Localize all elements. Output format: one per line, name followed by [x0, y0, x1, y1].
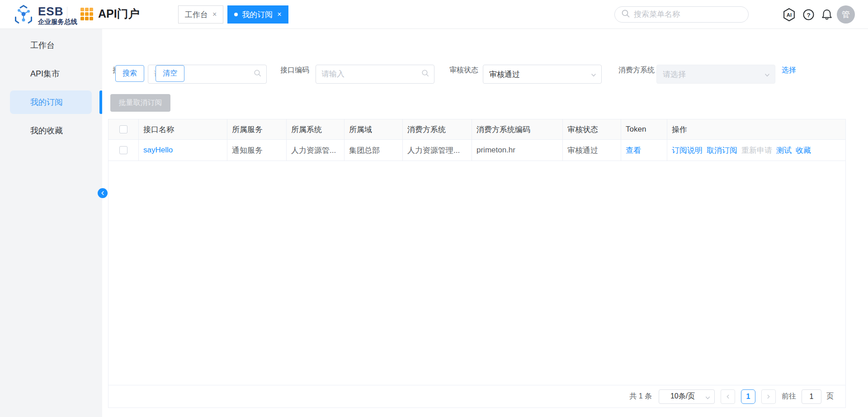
next-page-button [761, 389, 776, 404]
api-grid-icon [80, 8, 93, 20]
action-cancel-subscription[interactable]: 取消订阅 [707, 145, 737, 156]
interface-code-field[interactable] [316, 65, 434, 84]
cell-consumer-system: 人力资源管理... [403, 140, 472, 161]
cell-service: 通知服务 [227, 140, 287, 161]
tab-close-icon[interactable]: × [277, 10, 281, 19]
user-avatar[interactable]: 管 [837, 5, 855, 24]
input-search-icon [421, 69, 429, 79]
header-icon-group: AI ? 管 [782, 0, 855, 29]
pagination-total: 共 1 条 [629, 392, 652, 401]
col-service: 所属服务 [227, 119, 287, 139]
action-favorite[interactable]: 收藏 [796, 145, 811, 156]
action-subscription-info[interactable]: 订阅说明 [672, 145, 703, 156]
svg-text:AI: AI [787, 12, 792, 18]
sidebar-item-workbench[interactable]: 工作台 [10, 33, 92, 57]
cell-domain: 集团总部 [344, 140, 403, 161]
col-token: Token [621, 119, 667, 139]
portal-title: API门户 [98, 6, 140, 21]
sidebar-item-my-favorites[interactable]: 我的收藏 [10, 119, 92, 142]
table-row: sayHello 通知服务 人力资源管... 集团总部 人力资源管理... pr… [108, 140, 845, 161]
col-interface-name: 接口名称 [139, 119, 227, 139]
esb-network-icon [14, 5, 33, 26]
select-all-checkbox[interactable] [119, 125, 127, 133]
search-button[interactable]: 搜索 [115, 65, 144, 82]
col-system: 所属系统 [287, 119, 344, 139]
col-actions: 操作 [667, 119, 845, 139]
svg-text:?: ? [807, 11, 810, 18]
portal-logo: API门户 [80, 6, 140, 21]
action-reapply: 重新申请 [741, 145, 772, 156]
tab-my-subscriptions-label: 我的订阅 [242, 9, 273, 20]
page-size-select[interactable]: 10条/页 [659, 389, 715, 404]
interface-name-link[interactable]: sayHello [143, 146, 173, 155]
cell-consumer-code: primeton.hr [472, 140, 563, 161]
cell-actions: 订阅说明 取消订阅 重新申请 测试 收藏 [667, 140, 845, 161]
pagination-bar: 共 1 条 10条/页 1 前往 [108, 385, 845, 408]
table-empty-area [108, 161, 845, 385]
goto-page-input[interactable] [802, 389, 821, 404]
logo-divider [67, 7, 67, 22]
col-audit-status: 审核状态 [563, 119, 621, 139]
sidebar-item-api-market[interactable]: API集市 [10, 62, 92, 85]
chevron-left-icon [99, 190, 106, 196]
input-search-icon [254, 69, 262, 79]
sidebar-nav: 工作台 API集市 我的订阅 我的收藏 [0, 29, 102, 417]
token-view-link[interactable]: 查看 [626, 145, 641, 156]
app-header: ESB 企业服务总线 API门户 工作台 × 我的订阅 × [0, 0, 868, 29]
notifications-bell-icon[interactable] [821, 9, 833, 20]
row-checkbox[interactable] [119, 146, 127, 154]
page-unit-label: 页 [826, 392, 834, 401]
interface-code-input[interactable] [321, 70, 421, 79]
open-tabs: 工作台 × 我的订阅 × [178, 5, 288, 24]
interface-code-label: 接口编码 [280, 66, 309, 75]
chevron-down-icon [590, 71, 597, 81]
ai-assistant-icon[interactable]: AI [782, 8, 796, 22]
prev-page-button [721, 389, 735, 404]
main-content: 接口名称 接口编码 审核状态 审核通过 消费方系统 请选择 [102, 29, 868, 417]
subscriptions-table: 接口名称 所属服务 所属系统 所属域 消费方系统 消费方系统编码 审核状态 To… [108, 119, 846, 408]
table-header-row: 接口名称 所属服务 所属系统 所属域 消费方系统 消费方系统编码 审核状态 To… [108, 119, 845, 140]
active-tab-dot-icon [234, 13, 238, 16]
chevron-down-icon [764, 71, 770, 81]
sidebar-collapse-button[interactable] [98, 188, 108, 198]
col-domain: 所属域 [344, 119, 403, 139]
sidebar-item-my-subscriptions[interactable]: 我的订阅 [10, 90, 92, 114]
audit-status-select[interactable]: 审核通过 [483, 65, 602, 84]
chevron-left-icon [725, 393, 731, 400]
consumer-system-label: 消费方系统 [618, 66, 655, 75]
consumer-system-select: 请选择 [656, 65, 775, 84]
current-page-button[interactable]: 1 [741, 389, 755, 404]
search-icon [621, 9, 630, 20]
esb-logo-title: ESB [38, 5, 77, 18]
choose-consumer-link[interactable]: 选择 [782, 66, 796, 75]
esb-logo-subtitle: 企业服务总线 [38, 19, 77, 25]
audit-status-label: 审核状态 [449, 66, 478, 75]
batch-cancel-button: 批量取消订阅 [110, 94, 170, 112]
clear-button[interactable]: 清空 [156, 65, 184, 82]
tab-my-subscriptions[interactable]: 我的订阅 × [227, 5, 288, 24]
esb-logo: ESB 企业服务总线 [14, 5, 77, 26]
consumer-system-placeholder: 请选择 [663, 69, 686, 80]
chevron-right-icon [765, 393, 772, 400]
action-test[interactable]: 测试 [776, 145, 792, 156]
goto-label: 前往 [782, 392, 796, 401]
page-size-value: 10条/页 [670, 392, 695, 401]
cell-system: 人力资源管... [287, 140, 344, 161]
tab-close-icon[interactable]: × [212, 10, 217, 19]
chevron-down-icon [705, 394, 711, 403]
col-consumer-code: 消费方系统编码 [472, 119, 563, 139]
menu-search-input[interactable] [634, 10, 742, 19]
audit-status-value: 审核通过 [489, 69, 520, 80]
tab-workbench[interactable]: 工作台 × [178, 5, 223, 24]
help-icon[interactable]: ? [803, 9, 814, 20]
cell-audit-status: 审核通过 [563, 140, 621, 161]
menu-search[interactable] [614, 6, 749, 23]
tab-workbench-label: 工作台 [185, 9, 208, 20]
col-consumer-system: 消费方系统 [403, 119, 472, 139]
